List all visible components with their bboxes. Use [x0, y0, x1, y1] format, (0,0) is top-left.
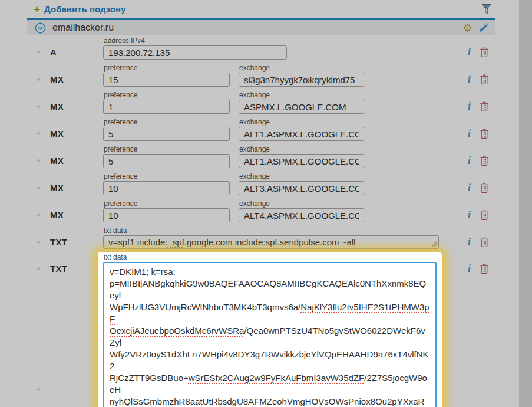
- zone-title: emailhacker.ru: [52, 22, 114, 33]
- text-content: v=DKIM1; k=rsa; p=MIIBIjANBgkqhkiG9w0BAQ…: [110, 267, 429, 407]
- tree-node-icon: [37, 78, 40, 81]
- record-row: MX preferenceexchange i: [27, 144, 495, 171]
- add-subzone-label: Добавить подзону: [44, 4, 125, 14]
- record-fields: preferenceexchange: [103, 200, 495, 222]
- mx-exchange-input[interactable]: [239, 100, 364, 114]
- mx-preference-input[interactable]: [103, 181, 230, 195]
- info-icon[interactable]: i: [468, 75, 471, 83]
- record-field: exchange: [239, 200, 364, 222]
- resize-grip[interactable]: [431, 241, 437, 247]
- mx-preference-input[interactable]: [103, 127, 230, 141]
- delete-record-icon[interactable]: [480, 101, 489, 111]
- record-field: preference: [103, 173, 230, 195]
- delete-record-icon[interactable]: [480, 237, 489, 247]
- record-field: txt datav=DKIM1; k=rsa; p=MIIBIjANBgkqhk…: [98, 252, 442, 407]
- mx-exchange-input[interactable]: [239, 73, 364, 87]
- mx-preference-input[interactable]: [103, 73, 230, 87]
- delete-record-icon[interactable]: [480, 128, 489, 139]
- record-actions: i: [468, 263, 489, 274]
- txt-txt-data-textarea[interactable]: v=spf1 include:_spf.google.com include:s…: [103, 235, 439, 249]
- info-icon[interactable]: i: [468, 238, 471, 246]
- field-label: preference: [104, 200, 230, 208]
- info-icon[interactable]: i: [468, 102, 471, 110]
- tree-node-icon: [37, 132, 40, 135]
- record-field: txt datav=spf1 include:_spf.google.com i…: [103, 227, 439, 249]
- content-panel: + Добавить подзону emailhacker.ru ⚙: [0, 0, 519, 407]
- record-row: A address IPv4 i: [27, 35, 495, 63]
- field-label: exchange: [239, 173, 364, 180]
- record-row: MX preferenceexchange i: [27, 198, 495, 225]
- tree-node-icon: [37, 267, 40, 270]
- info-icon[interactable]: i: [468, 129, 471, 137]
- mx-exchange-input[interactable]: [239, 154, 364, 168]
- record-type: MX: [50, 210, 64, 220]
- field-label: preference: [104, 146, 230, 153]
- tree-node-icon: [37, 214, 40, 216]
- collapse-chevron-icon[interactable]: [35, 22, 46, 34]
- field-label: txt data: [104, 227, 439, 235]
- delete-record-icon[interactable]: [480, 209, 489, 220]
- mx-preference-input[interactable]: [103, 154, 230, 168]
- record-field: exchange: [239, 173, 364, 195]
- record-fields: preferenceexchange: [103, 64, 495, 87]
- field-label: preference: [104, 64, 230, 72]
- mx-preference-input[interactable]: [103, 100, 230, 114]
- record-fields: txt datav=DKIM1; k=rsa; p=MIIBIjANBgkqhk…: [103, 254, 495, 407]
- record-field: exchange: [239, 64, 364, 87]
- field-label: exchange: [239, 146, 364, 153]
- field-label: exchange: [239, 64, 364, 72]
- zone-edit-pencil-icon[interactable]: [478, 22, 490, 34]
- a-address-ipv4-input[interactable]: [103, 45, 287, 60]
- record-actions: i: [468, 155, 489, 166]
- record-field: preference: [103, 64, 230, 87]
- record-row: MX preferenceexchange i: [27, 117, 495, 144]
- mx-exchange-input[interactable]: [239, 208, 364, 222]
- filter-icon[interactable]: [481, 4, 491, 15]
- zone-settings-icon[interactable]: ⚙: [462, 22, 472, 34]
- tree-end-node: [37, 388, 40, 391]
- record-type: TXT: [50, 264, 67, 274]
- record-field: preference: [103, 200, 230, 222]
- info-icon[interactable]: i: [468, 156, 471, 165]
- delete-record-icon[interactable]: [480, 74, 489, 84]
- records-list: A address IPv4 i MX preferenceexchange i: [27, 35, 495, 407]
- mx-preference-input[interactable]: [103, 208, 230, 222]
- delete-record-icon[interactable]: [480, 182, 489, 193]
- record-actions: i: [468, 209, 489, 220]
- record-field: exchange: [239, 91, 364, 114]
- mx-exchange-input[interactable]: [239, 127, 364, 141]
- record-field: exchange: [239, 146, 364, 168]
- record-type: MX: [50, 129, 64, 139]
- record-type: MX: [50, 74, 64, 84]
- add-subzone-button[interactable]: + Добавить подзону: [34, 4, 125, 14]
- field-label: preference: [104, 119, 230, 126]
- mx-exchange-input[interactable]: [239, 181, 364, 195]
- tree-node-icon: [37, 105, 40, 108]
- field-label: preference: [104, 173, 230, 180]
- record-type: TXT: [50, 237, 67, 247]
- tree-node-icon: [37, 159, 40, 162]
- zone-header-actions: ⚙: [462, 22, 490, 34]
- info-icon[interactable]: i: [468, 48, 471, 56]
- txt-txt-data-textarea[interactable]: v=DKIM1; k=rsa; p=MIIBIjANBgkqhkiG9w0BAQ…: [103, 262, 437, 407]
- info-icon[interactable]: i: [468, 211, 471, 219]
- delete-record-icon[interactable]: [480, 155, 489, 166]
- zone-accordion: emailhacker.ru ⚙ A address IPv4 i: [27, 18, 495, 405]
- record-row: TXT txt datav=spf1 include:_spf.google.c…: [27, 225, 495, 252]
- zone-header[interactable]: emailhacker.ru ⚙: [27, 18, 495, 35]
- info-icon[interactable]: i: [468, 183, 471, 192]
- record-type: MX: [50, 156, 64, 166]
- delete-record-icon[interactable]: [480, 47, 489, 57]
- record-fields: txt datav=spf1 include:_spf.google.com i…: [103, 227, 495, 249]
- info-icon[interactable]: i: [468, 264, 471, 273]
- delete-record-icon[interactable]: [480, 263, 489, 274]
- record-fields: preferenceexchange: [103, 146, 495, 168]
- record-actions: i: [468, 182, 489, 193]
- record-actions: i: [468, 47, 489, 57]
- field-label: txt data: [104, 254, 437, 261]
- record-type: A: [50, 47, 57, 57]
- zone-body: A address IPv4 i MX preferenceexchange i: [27, 35, 495, 405]
- field-label: preference: [104, 91, 230, 99]
- record-row: TXT txt datav=DKIM1; k=rsa; p=MIIBIjANBg…: [27, 252, 495, 407]
- record-field: exchange: [239, 119, 364, 141]
